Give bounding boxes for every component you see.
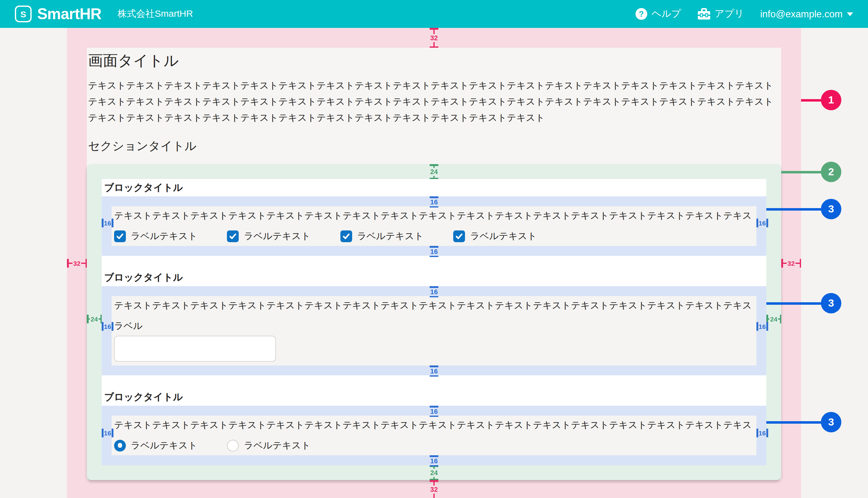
radio-icon [227,440,239,451]
block-content: テキストテキストテキストテキストテキストテキストテキストテキストテキストテキスト… [112,206,756,246]
radio-label: ラベルテキスト [131,440,197,451]
block-title: ブロックタイトル [102,179,766,196]
block-padding-marker: 16 [425,246,443,256]
block-padding-marker: 16 [425,406,443,416]
callout-badge-3: 3 [821,199,841,219]
page-margin-marker-top: 32 [425,28,443,48]
block-padding-marker-right: 16 [756,219,766,227]
block-content: テキストテキストテキストテキストテキストテキストテキストテキストテキストテキスト… [112,416,756,455]
page-title: 画面タイトル [87,51,781,70]
account-menu[interactable]: info@example.com [760,8,853,19]
apps-label: アプリ [715,8,744,21]
page-margin-marker-left: 32 [67,259,87,267]
block-padding-marker-left: 16 [102,219,112,227]
help-label: ヘルプ [652,8,681,21]
block-padding-highlight: テキストテキストテキストテキストテキストテキストテキストテキストテキストテキスト… [102,286,766,375]
checkbox-label: ラベルテキスト [357,230,424,242]
checkbox-icon [340,230,352,242]
logo-mark: S [21,10,26,18]
header-nav: ? ヘルプ アプリ info@example.com [636,8,853,21]
block-padding-marker: 16 [425,455,443,465]
chevron-down-icon [847,12,853,16]
briefcase-icon [697,8,710,20]
block-padding-marker: 16 [425,365,443,375]
section-padding-marker-top: 24 [425,164,443,179]
page-margin-marker-bottom: 32 [425,480,443,498]
block-padding-marker-right: 16 [756,429,766,437]
block-title: ブロックタイトル [102,388,766,406]
apps-menu-item[interactable]: アプリ [697,8,744,21]
section-padding-marker-bottom: 24 [425,465,443,480]
section-highlight: ブロックタイトル テキストテキストテキストテキストテキストテキストテキストテキス… [87,164,781,480]
callout-badge-3: 3 [821,293,841,313]
section-padding-marker-left: 24 [87,315,102,323]
block-text: テキストテキストテキストテキストテキストテキストテキストテキストテキストテキスト… [114,299,754,312]
block-radio-group: ブロックタイトル テキストテキストテキストテキストテキストテキストテキストテキス… [102,388,766,465]
block-content: テキストテキストテキストテキストテキストテキストテキストテキストテキストテキスト… [112,296,756,365]
page: S SmartHR 株式会社SmartHR ? ヘルプ アプリ [0,0,868,498]
block-text: テキストテキストテキストテキストテキストテキストテキストテキストテキストテキスト… [114,418,754,431]
checkbox-item[interactable]: ラベルテキスト [114,230,197,242]
callout-badge-3: 3 [821,412,841,432]
block-title: ブロックタイトル [102,269,766,286]
block-text-field: ブロックタイトル テキストテキストテキストテキストテキストテキストテキストテキス… [102,269,766,375]
checkbox-icon [454,230,465,242]
page-margin-marker-right: 32 [781,259,801,267]
block-padding-marker-left: 16 [102,322,112,331]
block-padding-marker: 16 [425,196,443,206]
radio-item[interactable]: ラベルテキスト [227,440,311,451]
callout-badge-1: 1 [821,90,841,110]
checkbox-row: ラベルテキスト ラベルテキスト ラベルテキスト [114,230,754,242]
radio-icon [114,440,126,451]
block-padding-marker-left: 16 [102,429,112,437]
account-email: info@example.com [760,8,843,19]
smarthr-logo-icon[interactable]: S [15,5,31,22]
checkbox-item[interactable]: ラベルテキスト [227,230,311,242]
app-header: S SmartHR 株式会社SmartHR ? ヘルプ アプリ [0,0,868,28]
section-padding-marker-right: 24 [766,315,781,323]
checkbox-label: ラベルテキスト [244,230,311,242]
radio-item[interactable]: ラベルテキスト [114,440,197,451]
checkbox-item[interactable]: ラベルテキスト [340,230,424,242]
lead-text: テキストテキストテキストテキストテキストテキストテキストテキストテキストテキスト… [87,77,781,126]
block-padding-marker: 16 [425,286,443,296]
checkbox-item[interactable]: ラベルテキスト [454,230,537,242]
company-name: 株式会社SmartHR [117,8,193,20]
callout-badge-2: 2 [821,162,841,182]
radio-row: ラベルテキスト ラベルテキスト [114,439,754,451]
checkbox-icon [114,230,126,242]
block-stack: ブロックタイトル テキストテキストテキストテキストテキストテキストテキストテキス… [102,179,766,465]
field-label: ラベル [114,319,754,332]
product-name[interactable]: SmartHR [37,5,101,23]
radio-label: ラベルテキスト [244,440,311,451]
help-menu-item[interactable]: ? ヘルプ [636,8,681,21]
checkbox-label: ラベルテキスト [131,230,197,242]
block-checkbox-group: ブロックタイトル テキストテキストテキストテキストテキストテキストテキストテキス… [102,179,766,256]
text-input[interactable] [114,336,276,362]
block-padding-marker-right: 16 [756,322,766,331]
checkbox-icon [227,230,239,242]
block-text: テキストテキストテキストテキストテキストテキストテキストテキストテキストテキスト… [114,209,754,222]
help-icon: ? [636,8,647,20]
checkbox-label: ラベルテキスト [470,230,537,242]
section-title: セクションタイトル [87,138,781,154]
